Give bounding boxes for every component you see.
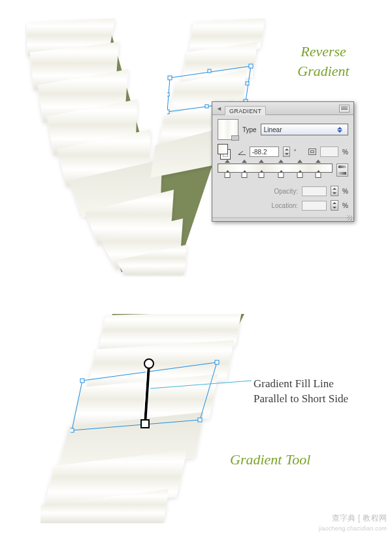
gradient-panel: ◄ GRADIENT Type Linear [212,101,354,222]
gradient-color-stop[interactable] [316,172,321,178]
gradient-tool-label: Gradient Tool [230,451,310,468]
panel-header: ◄ GRADIENT [212,102,353,115]
opacity-input[interactable] [302,186,327,196]
gradient-stop-midpoint[interactable] [259,160,264,164]
gradient-stop-midpoint[interactable] [278,160,284,164]
fill-stroke-toggle[interactable] [218,144,231,160]
gradient-stop-midpoint[interactable] [297,160,302,164]
gradient-stop-midpoint[interactable] [242,160,247,164]
gradient-color-stop[interactable] [259,172,265,178]
gradient-color-stop[interactable] [278,172,284,178]
aspect-pct: % [342,148,348,156]
svg-point-37 [144,359,154,368]
gradient-color-stop[interactable] [224,172,230,178]
watermark-line2: jiaocheng.chazidian.com [319,525,387,532]
gradient-stop-midpoint[interactable] [316,160,321,164]
caption-line2: Parallel to Short Side [253,392,348,405]
angle-stepper[interactable] [283,147,290,157]
title-line2: Gradient [297,63,349,79]
type-value: Linear [264,126,282,133]
gradient-type-select[interactable]: Linear [261,124,348,135]
angle-icon [238,148,245,155]
reverse-gradient-button[interactable] [336,164,348,177]
gradient-annotator[interactable] [137,358,163,430]
location-label: Location: [272,202,299,209]
gradient-stop-midpoint[interactable] [225,160,230,164]
gradient-swatch-preview[interactable] [218,119,238,140]
opacity-label: Opacity: [274,188,298,195]
gradient-ramp[interactable] [218,164,333,173]
gradient-tab[interactable]: GRADIENT [225,106,266,115]
fill-line-caption: Gradient Fill Line Parallel to Short Sid… [253,377,348,407]
aspect-ratio-icon [308,148,316,155]
type-label: Type [242,126,257,133]
gradient-color-stop[interactable] [297,172,303,178]
reverse-gradient-label: Reverse Gradient [271,42,376,80]
gradient-color-stop[interactable] [242,172,248,178]
opacity-pct: % [342,188,348,195]
panel-menu-button[interactable] [339,105,350,112]
aspect-input[interactable] [320,147,338,157]
watermark: 查字典 [ 教程网 jiaocheng.chazidian.com [319,513,387,532]
title-line1: Reverse [301,43,346,60]
location-input[interactable] [302,201,327,211]
degree-symbol: ° [294,148,297,155]
caption-line1: Gradient Fill Line [253,377,334,390]
angle-input[interactable]: -88.2 [250,147,280,157]
svg-rect-38 [141,420,149,428]
location-stepper[interactable] [331,200,338,211]
opacity-stepper[interactable] [331,186,338,196]
location-pct: % [342,202,348,209]
watermark-line1: 查字典 [ 教程网 [332,513,387,523]
